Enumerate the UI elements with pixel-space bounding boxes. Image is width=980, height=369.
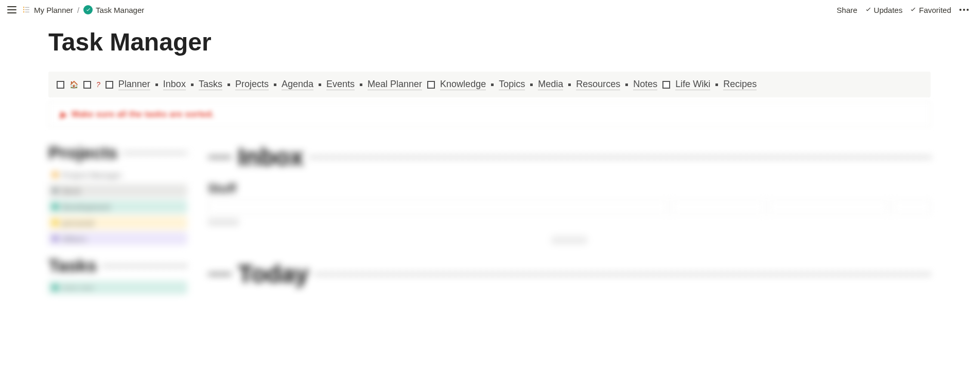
separator-dot [715,83,718,86]
nav-link-events[interactable]: Events [326,79,355,90]
checkbox-icon[interactable] [427,81,435,89]
side-heading-tasks: Tasks [48,256,97,276]
svg-rect-4 [23,11,24,12]
updates-label: Updates [874,6,903,14]
favorited-button[interactable]: Favorited [909,6,951,14]
checkbox-icon[interactable] [662,81,670,89]
checkbox-icon[interactable] [106,81,113,89]
main-heading-inbox: Inbox [238,143,304,171]
svg-rect-5 [25,12,29,12]
topbar-right: Share Updates Favorited [837,4,970,15]
nav-link-inbox[interactable]: Inbox [163,79,186,90]
separator-dot [274,83,276,86]
divider [103,265,187,267]
side-item[interactable]: Development [48,200,187,213]
side-item[interactable]: Work [48,184,187,197]
nav-link-life-wiki[interactable]: Life Wiki [675,79,710,90]
nav-link-recipes[interactable]: Recipes [723,79,757,90]
side-heading-projects: Projects [48,143,117,163]
nav-link-agenda[interactable]: Agenda [282,79,313,90]
updates-button[interactable]: Updates [865,6,903,14]
divider [315,273,931,275]
warning-callout: Make sure all the tasks are sorted. [48,102,931,127]
warning-text: Make sure all the tasks are sorted. [72,109,214,120]
menu-icon[interactable] [7,6,16,13]
nav-link-projects[interactable]: Projects [235,79,269,90]
svg-rect-1 [25,7,29,8]
divider [310,156,931,158]
main-column: Inbox Stuff Today [208,143,931,297]
side-column: Projects Project ManagerWorkDevelopmentp… [48,143,187,297]
divider [124,152,187,154]
topbar-left: My Planner / Task Manager [7,5,144,14]
nav-link-notes[interactable]: Notes [633,79,657,90]
separator-dot [155,83,158,86]
separator-dot [568,83,571,86]
separator-dot [360,83,362,86]
separator-dot [319,83,321,86]
topbar: My Planner / Task Manager Share Updates [0,0,980,20]
home-icon[interactable]: 🏠 [69,80,78,89]
breadcrumb-parent-label: My Planner [34,6,73,14]
page-title: Task Manager [48,28,980,56]
check-circle-icon [83,5,93,14]
separator-dot [191,83,194,86]
page-body: Task Manager 🏠 ? Planner Inbox Tasks Pro… [0,20,980,317]
breadcrumb-current-label: Task Manager [96,6,144,14]
nav-link-knowledge[interactable]: Knowledge [440,79,486,90]
more-icon[interactable] [958,4,970,15]
breadcrumb-parent[interactable]: My Planner [22,5,73,14]
share-label: Share [837,6,857,14]
checkbox-icon[interactable] [83,81,91,89]
svg-rect-3 [25,9,29,10]
nav-link-planner[interactable]: Planner [118,79,150,90]
nav-link-media[interactable]: Media [538,79,563,90]
nav-link-topics[interactable]: Topics [499,79,525,90]
side-item[interactable]: personal [48,216,187,229]
share-button[interactable]: Share [837,6,857,14]
breadcrumb: My Planner / Task Manager [22,5,144,14]
nav-link-tasks[interactable]: Tasks [199,79,222,90]
checkbox-icon[interactable] [57,81,64,89]
check-icon [865,6,872,13]
side-item[interactable]: Others [48,232,187,245]
breadcrumb-current[interactable]: Task Manager [83,5,144,14]
check-icon [909,6,917,13]
svg-rect-2 [23,9,24,10]
separator-dot [227,83,230,86]
separator-dot [625,83,628,86]
favorited-label: Favorited [919,6,951,14]
main-heading-today: Today [238,260,309,288]
nav-link-meal-planner[interactable]: Meal Planner [367,79,422,90]
main-subheading: Stuff [208,181,931,196]
separator-dot [491,83,494,86]
question-icon[interactable]: ? [96,80,100,89]
content-grid: Projects Project ManagerWorkDevelopmentp… [48,143,931,297]
nav-link-resources[interactable]: Resources [576,79,620,90]
svg-rect-0 [23,7,24,8]
placeholder [551,236,587,244]
breadcrumb-separator: / [77,6,79,14]
pin-icon [57,110,67,119]
side-item[interactable]: Project Manager [48,168,187,181]
list-icon [22,5,31,14]
nav-band: 🏠 ? Planner Inbox Tasks Projects Agenda … [48,72,931,97]
separator-dot [530,83,533,86]
